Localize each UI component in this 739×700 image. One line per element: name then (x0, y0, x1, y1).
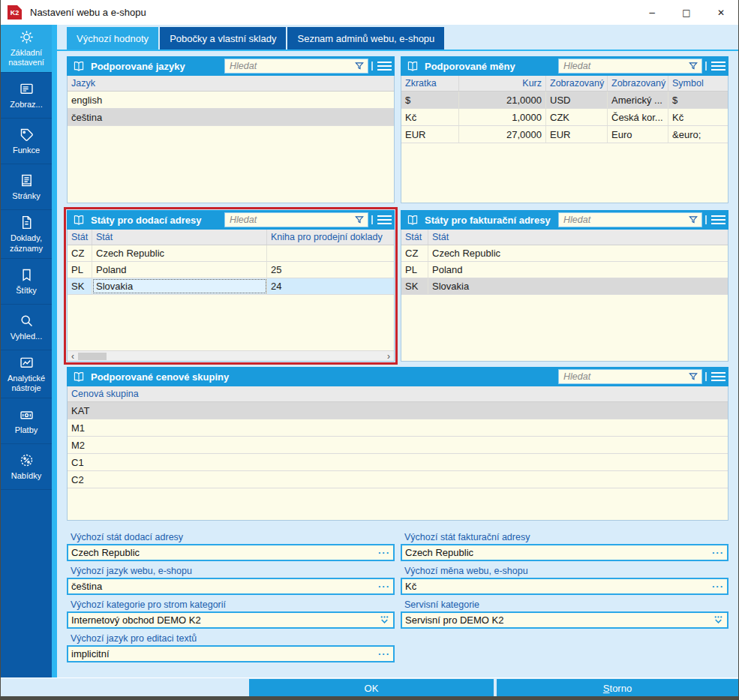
search-input[interactable] (563, 215, 688, 225)
scrollbar-thumb[interactable] (78, 353, 107, 360)
service-category-input[interactable] (405, 614, 710, 626)
storno-button[interactable]: Storno (497, 679, 738, 697)
dropdown-icon[interactable] (377, 613, 392, 627)
tab-seznam-adminu[interactable]: Seznam adminů webu, e-shopu (287, 27, 444, 50)
ok-button[interactable]: OK (249, 679, 494, 697)
panel-supported-currencies: Podporované měny Zkratka (401, 56, 728, 203)
magnifier-icon (19, 313, 35, 329)
filter-funnel-icon[interactable] (688, 371, 698, 382)
scroll-right-arrow[interactable]: › (384, 351, 393, 361)
tab-pobocky-a-vlastni-sklady[interactable]: Pobočky a vlastní sklady (160, 27, 286, 50)
sidebar-item-funkce[interactable]: Funkce (1, 119, 52, 164)
default-shipping-state-input[interactable] (71, 547, 377, 558)
filter-funnel-icon[interactable] (688, 215, 698, 225)
table-row-selected[interactable]: $ 21,0000 USD Americký ... $ (401, 92, 728, 109)
table-row-selected[interactable]: čeština (68, 109, 394, 126)
window-controls: − □ ✕ (635, 0, 738, 25)
default-billing-state-input[interactable] (405, 547, 710, 558)
column-header[interactable]: Stát (68, 230, 92, 245)
panel-menu-button[interactable] (705, 372, 725, 381)
default-category-tree-field: Výchozí kategorie pro strom kategorií (67, 599, 395, 629)
sidebar-item-analyticke-nastroje[interactable]: Analytické nástroje (1, 350, 52, 398)
panel-menu-button[interactable] (371, 215, 392, 224)
filter-funnel-icon[interactable] (354, 215, 365, 225)
table-row-focused[interactable]: SK Slovakia 24 (68, 278, 394, 295)
default-web-language-input[interactable] (71, 581, 377, 592)
column-header[interactable]: Stát (428, 230, 728, 245)
column-header[interactable]: Zkratka (401, 76, 459, 91)
table-row[interactable]: CZ Czech Republic (401, 245, 728, 262)
sidebar-item-label: Platby (15, 425, 38, 435)
sidebar-item-stranky[interactable]: Stránky (1, 164, 52, 210)
table-row[interactable]: Kč 1,0000 CZK Česká kor... Kč (401, 109, 728, 126)
scroll-left-arrow[interactable]: ‹ (68, 351, 77, 361)
sidebar: Základní nastavení Zobraz... Funkce Strá… (1, 25, 52, 677)
ellipsis-lookup-button[interactable]: ··· (710, 545, 725, 560)
default-category-tree-input[interactable] (71, 614, 377, 626)
sidebar-item-platby[interactable]: Platby (1, 398, 52, 444)
table-row[interactable]: PL Poland (401, 262, 728, 278)
panel-supported-languages: Podporované jazyky Jazyk (67, 56, 395, 203)
column-header[interactable]: Zobrazovaný r (608, 76, 668, 91)
filter-funnel-icon[interactable] (354, 61, 365, 71)
column-header[interactable]: Jazyk (68, 76, 394, 91)
search-input[interactable] (230, 215, 354, 225)
panel-title: Podporované cenové skupiny (91, 371, 229, 383)
sidebar-item-nabidky[interactable]: Nabídky (1, 444, 52, 490)
column-header[interactable]: Symbol (668, 76, 728, 91)
ellipsis-lookup-button[interactable]: ··· (377, 545, 392, 560)
column-header[interactable]: Stát (92, 230, 267, 245)
display-icon (19, 81, 35, 97)
field-label: Výchozí měna webu, e-shopu (401, 566, 728, 576)
column-header[interactable]: Stát (401, 230, 428, 245)
panel-menu-button[interactable] (705, 62, 725, 71)
table-row[interactable]: C2 (68, 471, 728, 488)
search-input[interactable] (563, 371, 688, 382)
sidebar-accent-strip (52, 25, 57, 677)
default-text-edit-language-input[interactable] (71, 648, 377, 659)
horizontal-scrollbar[interactable]: ‹ › (68, 350, 394, 361)
table-row[interactable]: CZ Czech Republic (68, 245, 394, 262)
column-header[interactable]: Kurz (459, 76, 546, 91)
app-window: K2 Nastavení webu a e-shopu − □ ✕ Základ… (0, 0, 739, 700)
panel-menu-button[interactable] (371, 62, 392, 71)
pages-icon (19, 173, 35, 188)
sidebar-item-vyhledavani[interactable]: Vyhled... (1, 305, 52, 350)
settings-content: Podporované jazyky Jazyk (57, 51, 738, 677)
sidebar-item-label: Štítky (16, 286, 37, 296)
panel-price-groups: Podporované cenové skupiny C (67, 367, 728, 521)
column-header[interactable]: Zobrazovaný k (546, 76, 608, 91)
table-row-selected[interactable]: SK Slovakia (401, 278, 728, 295)
sidebar-item-doklady-zaznamy[interactable]: Doklady, záznamy (1, 210, 52, 258)
search-input[interactable] (563, 61, 688, 71)
sidebar-item-zobrazeni[interactable]: Zobraz... (1, 73, 52, 119)
close-button[interactable]: ✕ (704, 0, 738, 25)
default-web-currency-input[interactable] (405, 581, 710, 592)
focused-cell[interactable]: Slovakia (92, 278, 267, 294)
tab-vychozi-hodnoty[interactable]: Výchozí hodnoty (67, 27, 158, 50)
table-row[interactable]: M2 (68, 437, 728, 454)
table-row[interactable]: EUR 27,0000 EUR Euro &euro; (401, 126, 728, 143)
ellipsis-lookup-button[interactable]: ··· (377, 647, 392, 661)
search-box (558, 59, 702, 74)
default-web-language-field: Výchozí jazyk webu, e-shopu ··· (67, 566, 395, 595)
ellipsis-lookup-button[interactable]: ··· (710, 579, 725, 593)
filter-funnel-icon[interactable] (688, 61, 698, 71)
table-row-selected[interactable]: KAT (68, 402, 728, 419)
dropdown-icon[interactable] (710, 613, 725, 627)
panel-menu-button[interactable] (705, 215, 725, 224)
table-row[interactable]: M1 (68, 419, 728, 437)
table-row[interactable]: C1 (68, 454, 728, 471)
table-row[interactable]: PL Poland 25 (68, 262, 394, 278)
column-header[interactable]: Cenová skupina (68, 386, 728, 401)
sidebar-item-stitky[interactable]: Štítky (1, 259, 52, 305)
sidebar-item-label: Zobraz... (10, 100, 42, 110)
maximize-button[interactable]: □ (669, 0, 704, 25)
column-header[interactable]: Kniha pro prodejní doklady (267, 230, 394, 245)
table-row[interactable]: english (68, 92, 394, 109)
sidebar-item-zakladni-nastaveni[interactable]: Základní nastavení (1, 25, 52, 73)
search-input[interactable] (230, 61, 354, 71)
minimize-button[interactable]: − (635, 0, 669, 25)
ellipsis-lookup-button[interactable]: ··· (377, 579, 392, 593)
default-shipping-state-field: Výchozí stát dodací adresy ··· (67, 532, 395, 561)
